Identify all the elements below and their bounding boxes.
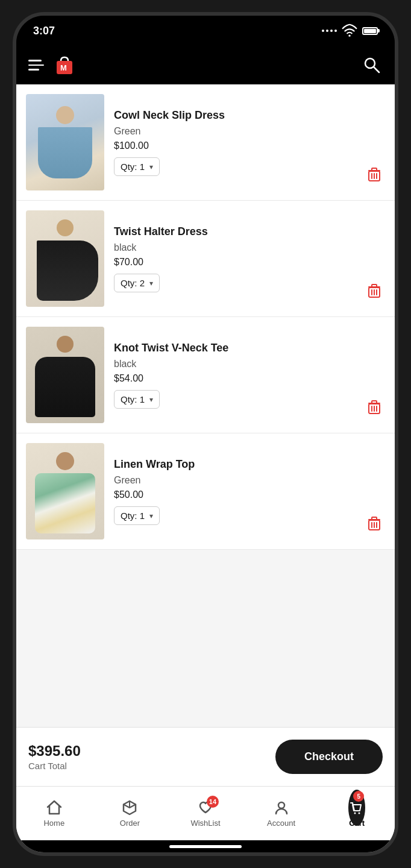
search-icon: [363, 57, 380, 74]
svg-point-30: [354, 813, 356, 814]
cart-icon: 5: [348, 799, 365, 816]
notch: [169, 16, 242, 34]
delete-button[interactable]: [363, 397, 385, 418]
cart-items-list: Cowl Neck Slip Dress Green $100.00 Qty: …: [16, 84, 395, 550]
item-details: Knot Twist V-Neck Tee black $54.00 Qty: …: [114, 341, 354, 409]
trash-icon: [368, 167, 381, 183]
item-name: Twist Halter Dress: [114, 225, 354, 239]
item-color: black: [114, 242, 354, 253]
product-image: [26, 210, 104, 307]
qty-chevron-icon: ▾: [149, 512, 153, 520]
item-color: black: [114, 359, 354, 370]
item-price: $70.00: [114, 257, 354, 268]
wifi-icon: [342, 23, 357, 39]
cart-item: Cowl Neck Slip Dress Green $100.00 Qty: …: [16, 84, 395, 201]
cart-summary: $395.60 Cart Total Checkout: [16, 727, 395, 786]
svg-line-4: [374, 67, 379, 72]
status-icons: [322, 23, 378, 39]
signal-icon: [322, 30, 337, 32]
home-bar: [169, 845, 242, 848]
item-color: Green: [114, 475, 354, 486]
item-price: $100.00: [114, 140, 354, 151]
item-details: Linen Wrap Top Green $50.00 Qty: 1 ▾: [114, 458, 354, 525]
nav-item-order[interactable]: Order: [92, 787, 168, 840]
cart-item: Linen Wrap Top Green $50.00 Qty: 1 ▾: [16, 433, 395, 550]
svg-point-29: [278, 802, 284, 808]
nav-item-account[interactable]: Account: [243, 787, 319, 840]
status-time: 3:07: [33, 25, 55, 37]
cart-item: Twist Halter Dress black $70.00 Qty: 2 ▾: [16, 201, 395, 317]
trash-icon: [368, 283, 381, 299]
nav-label-order: Order: [120, 819, 140, 828]
app-header: M: [16, 46, 395, 84]
delete-button[interactable]: [363, 513, 385, 535]
nav-label-account: Account: [267, 819, 295, 828]
svg-text:M: M: [60, 63, 67, 72]
item-color: Green: [114, 126, 354, 137]
svg-rect-18: [372, 401, 377, 403]
qty-selector[interactable]: Qty: 2 ▾: [114, 274, 160, 292]
cart-total-section: $395.60 Cart Total: [28, 743, 81, 771]
svg-rect-12: [372, 285, 377, 287]
content-area[interactable]: Cowl Neck Slip Dress Green $100.00 Qty: …: [16, 84, 395, 852]
qty-selector[interactable]: Qty: 1 ▾: [114, 506, 160, 525]
order-icon: [121, 799, 138, 816]
qty-selector[interactable]: Qty: 1 ▾: [114, 390, 160, 409]
search-button[interactable]: [361, 54, 383, 76]
battery-icon: [362, 27, 378, 35]
item-name: Cowl Neck Slip Dress: [114, 108, 354, 122]
product-image: [26, 94, 104, 190]
trash-icon: [368, 400, 381, 415]
checkout-button[interactable]: Checkout: [275, 740, 383, 774]
app-logo: M: [52, 53, 77, 77]
item-price: $54.00: [114, 373, 354, 384]
qty-value: Qty: 1: [121, 162, 145, 172]
product-image: [26, 327, 104, 423]
qty-selector[interactable]: Qty: 1 ▾: [114, 157, 160, 176]
logo-icon: M: [53, 54, 76, 77]
item-details: Twist Halter Dress black $70.00 Qty: 2 ▾: [114, 225, 354, 292]
bottom-navigation: Home Order 14: [16, 786, 395, 840]
home-indicator: [16, 840, 395, 852]
nav-item-wishlist[interactable]: 14 WishList: [168, 787, 243, 840]
nav-item-home[interactable]: Home: [16, 787, 92, 840]
svg-rect-6: [372, 168, 377, 171]
qty-value: Qty: 1: [121, 394, 145, 404]
nav-label-wishlist: WishList: [190, 819, 220, 828]
qty-chevron-icon: ▾: [149, 163, 153, 171]
svg-rect-24: [372, 517, 377, 520]
qty-chevron-icon: ▾: [149, 395, 153, 404]
content-spacer: [16, 550, 395, 727]
item-name: Knot Twist V-Neck Tee: [114, 341, 354, 355]
cart-item: Knot Twist V-Neck Tee black $54.00 Qty: …: [16, 317, 395, 433]
item-details: Cowl Neck Slip Dress Green $100.00 Qty: …: [114, 108, 354, 176]
cart-total-amount: $395.60: [28, 743, 81, 760]
svg-point-0: [348, 35, 350, 37]
delete-button[interactable]: [363, 280, 385, 302]
qty-value: Qty: 2: [121, 278, 145, 288]
home-icon: [46, 799, 63, 816]
nav-label-home: Home: [43, 819, 64, 828]
product-image: [26, 443, 104, 539]
item-price: $50.00: [114, 489, 354, 500]
trash-icon: [368, 516, 381, 532]
delete-button[interactable]: [363, 164, 385, 186]
qty-chevron-icon: ▾: [149, 279, 153, 288]
wishlist-badge: 14: [207, 796, 219, 808]
hamburger-menu[interactable]: [28, 60, 44, 71]
item-name: Linen Wrap Top: [114, 458, 354, 471]
nav-item-cart[interactable]: 5 Cart: [319, 787, 395, 840]
wishlist-icon: 14: [197, 799, 214, 816]
phone-frame: 3:07: [13, 12, 398, 856]
header-left: M: [28, 53, 77, 77]
qty-value: Qty: 1: [121, 511, 145, 521]
svg-point-31: [359, 813, 360, 814]
cart-total-label: Cart Total: [28, 761, 81, 771]
account-icon: [273, 799, 290, 816]
